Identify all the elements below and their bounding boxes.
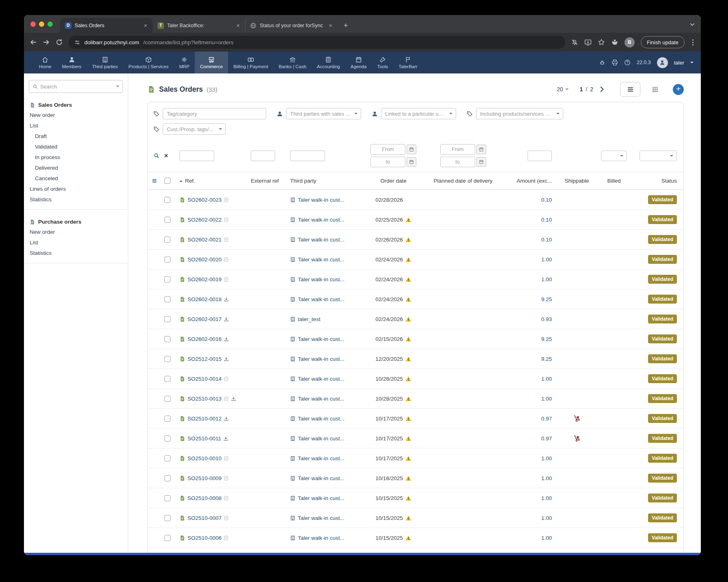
nav-home[interactable]: Home xyxy=(34,52,57,73)
bug-icon[interactable] xyxy=(599,59,605,66)
order-ref-link[interactable]: SO2510-0012 xyxy=(187,416,222,422)
download-icon[interactable] xyxy=(224,356,229,362)
profile-avatar[interactable]: B xyxy=(625,37,635,47)
order-ref-link[interactable]: SO2512-0015 xyxy=(187,356,222,362)
order-ref-link[interactable]: SO2510-0010 xyxy=(187,455,222,461)
close-window-button[interactable] xyxy=(30,22,36,27)
address-bar[interactable]: dolibarr.potuzhnyi.com/commande/list.php… xyxy=(69,36,565,49)
sales-rep-filter[interactable]: Third parties with sales rep... xyxy=(286,108,361,119)
order-date-to-input[interactable] xyxy=(370,157,405,167)
order-ref-link[interactable]: SO2602-0018 xyxy=(187,296,222,302)
sidebar-item[interactable]: Canceled xyxy=(24,173,128,183)
third-party-link[interactable]: Taler walk-in cust... xyxy=(298,276,345,282)
nav-accounting[interactable]: Accounting xyxy=(312,52,345,73)
site-settings-icon[interactable] xyxy=(74,39,80,45)
billed-filter[interactable] xyxy=(601,151,627,161)
third-party-link[interactable]: Taler walk-in cust... xyxy=(298,257,345,263)
amount-link[interactable]: 1.00 xyxy=(541,396,552,402)
row-checkbox[interactable] xyxy=(164,535,170,541)
external-ref-filter-input[interactable] xyxy=(251,151,275,161)
nav-tools[interactable]: Tools xyxy=(372,52,393,73)
select-all-checkbox[interactable] xyxy=(164,178,170,184)
new-order-button[interactable]: + xyxy=(673,84,684,95)
forward-icon[interactable] xyxy=(43,39,50,46)
planned-date-from-input[interactable] xyxy=(440,144,475,155)
row-checkbox[interactable] xyxy=(164,296,170,302)
order-ref-link[interactable]: SO2510-0009 xyxy=(187,475,222,481)
page-size-selector[interactable]: 20 xyxy=(557,86,569,93)
tab-sales-orders[interactable]: D Sales Orders × xyxy=(60,18,153,33)
user-avatar[interactable] xyxy=(657,57,668,68)
sidebar-item[interactable]: Lines of orders xyxy=(24,183,128,194)
third-party-link[interactable]: Taler walk-in cust... xyxy=(298,495,345,501)
third-party-link[interactable]: Taler walk-in cust... xyxy=(298,356,345,362)
extensions-icon[interactable] xyxy=(611,39,618,46)
calendar-button[interactable] xyxy=(407,144,416,154)
tab-taler-backoffice[interactable]: T Taler Backoffice: × xyxy=(153,18,245,33)
nav-commerce[interactable]: Commerce xyxy=(195,52,228,73)
amount-link[interactable]: 1.00 xyxy=(541,276,552,282)
tag-category-input[interactable] xyxy=(163,108,266,119)
order-ref-link[interactable]: SO2602-0023 xyxy=(187,197,222,203)
nav-members[interactable]: Members xyxy=(57,52,87,73)
amount-link[interactable]: 1.00 xyxy=(541,495,552,501)
products-services-filter[interactable]: Including products/services with... xyxy=(476,108,563,119)
tab-order-status[interactable]: Status of your order forSync × xyxy=(245,18,338,33)
third-party-link[interactable]: Taler walk-in cust... xyxy=(298,197,345,203)
download-icon[interactable] xyxy=(223,436,228,441)
next-page-button[interactable] xyxy=(598,86,605,93)
search-input[interactable] xyxy=(40,84,114,90)
row-checkbox[interactable] xyxy=(164,376,170,382)
header-shippable[interactable]: Shippable xyxy=(564,178,589,184)
nav-banks-cash[interactable]: Banks | Cash xyxy=(274,52,312,73)
cust-prosp-tags-filter[interactable]: Cust./Prosp. tags/cat... xyxy=(163,123,226,135)
calendar-button[interactable] xyxy=(407,157,416,167)
order-ref-link[interactable]: SO2510-0006 xyxy=(187,535,222,541)
download-icon[interactable] xyxy=(224,297,229,302)
third-party-link[interactable]: Taler walk-in cust... xyxy=(298,535,345,541)
nav-products-services[interactable]: Products | Services xyxy=(123,52,174,73)
bookmark-star-icon[interactable] xyxy=(598,39,605,46)
header-planned-date[interactable]: Planned date of delivery xyxy=(434,178,493,184)
sidebar-item[interactable]: New order xyxy=(24,110,128,120)
amount-link[interactable]: 9.25 xyxy=(541,336,552,342)
third-party-link[interactable]: Taler walk-in cust... xyxy=(298,396,345,402)
nav-mrp[interactable]: MRP xyxy=(174,52,195,73)
list-view-button[interactable] xyxy=(620,82,640,97)
sidebar-item[interactable]: List xyxy=(24,120,128,131)
nav-third-parties[interactable]: Third parties xyxy=(87,52,123,73)
maximize-window-button[interactable] xyxy=(47,22,53,27)
browser-menu-icon[interactable] xyxy=(691,39,695,45)
row-checkbox[interactable] xyxy=(164,396,170,402)
row-checkbox[interactable] xyxy=(164,475,170,481)
third-party-link[interactable]: Taler walk-in cust... xyxy=(298,515,345,521)
user-name[interactable]: taler xyxy=(674,60,684,66)
amount-link[interactable]: 9.25 xyxy=(541,356,552,362)
print-icon[interactable] xyxy=(612,59,618,66)
nav-billing-payment[interactable]: Billing | Payment xyxy=(228,52,273,73)
order-ref-link[interactable]: SO2510-0008 xyxy=(187,495,222,501)
third-party-link[interactable]: Taler walk-in cust... xyxy=(298,336,345,342)
order-ref-link[interactable]: SO2602-0019 xyxy=(187,276,222,282)
row-checkbox[interactable] xyxy=(164,455,170,461)
header-ref[interactable]: Ref. xyxy=(185,178,195,184)
amount-link[interactable]: 0.97 xyxy=(541,416,552,422)
amount-link[interactable]: 1.00 xyxy=(541,376,552,382)
row-checkbox[interactable] xyxy=(164,276,170,282)
order-ref-link[interactable]: SO2602-0022 xyxy=(187,217,222,223)
columns-selector-icon[interactable] xyxy=(152,178,157,183)
calendar-button[interactable] xyxy=(476,157,486,167)
amount-link[interactable]: 1.00 xyxy=(541,475,552,481)
third-party-filter-input[interactable] xyxy=(290,151,325,161)
notifications-blocked-icon[interactable] xyxy=(571,39,578,46)
grid-view-button[interactable] xyxy=(648,82,662,97)
order-ref-link[interactable]: SO2602-0016 xyxy=(187,336,222,342)
row-checkbox[interactable] xyxy=(164,237,170,243)
third-party-link[interactable]: Taler walk-in cust... xyxy=(298,416,345,422)
row-checkbox[interactable] xyxy=(164,217,170,223)
back-icon[interactable] xyxy=(30,39,37,46)
header-billed[interactable]: Billed xyxy=(607,178,620,184)
sidebar-section-sales-orders[interactable]: Sales Orders xyxy=(24,100,128,110)
clear-filters-icon[interactable]: × xyxy=(164,153,168,159)
tab-search-icon[interactable] xyxy=(689,22,695,29)
